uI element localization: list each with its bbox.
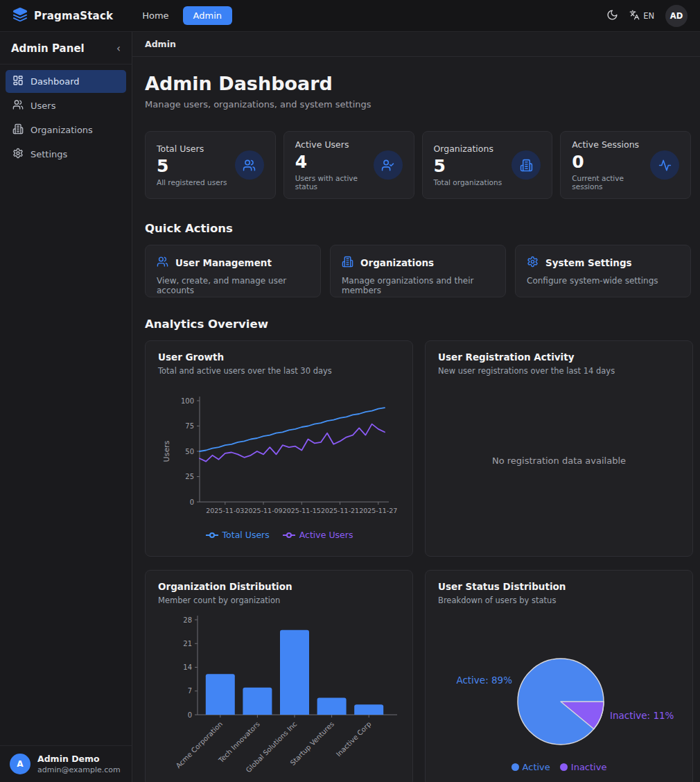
legend-dot	[560, 763, 568, 771]
svg-text:2025-11-27: 2025-11-27	[359, 507, 397, 514]
sidebar-item-label: Users	[30, 101, 55, 111]
theme-toggle-button[interactable]	[606, 9, 618, 23]
page-subtitle: Manage users, organizations, and system …	[145, 99, 691, 110]
main-area: Admin Admin Dashboard Manage users, orga…	[132, 32, 700, 782]
activity-icon	[650, 150, 679, 180]
svg-text:75: 75	[185, 422, 194, 430]
gear-icon	[527, 256, 539, 270]
stats-grid: Total Users 5 All registered users Activ…	[145, 131, 691, 199]
sidebar-item-label: Organizations	[30, 125, 93, 135]
chart-subtitle: Breakdown of users by status	[438, 596, 680, 605]
breadcrumb[interactable]: Admin	[145, 39, 176, 49]
moon-icon	[606, 9, 618, 23]
primary-nav: Home Admin	[135, 6, 232, 25]
nav-link-admin[interactable]: Admin	[183, 6, 232, 25]
language-label: EN	[643, 11, 654, 21]
stat-card-organizations: Organizations 5 Total organizations	[422, 131, 553, 199]
pie-chart-legend: Active Inactive	[511, 762, 607, 775]
nav-link-home[interactable]: Home	[135, 6, 175, 25]
svg-text:25: 25	[185, 473, 194, 480]
svg-text:Acme Corporation: Acme Corporation	[175, 720, 225, 770]
chart-title: User Growth	[158, 351, 400, 363]
user-name: Admin Demo	[37, 754, 121, 764]
svg-text:21: 21	[183, 639, 192, 647]
analytics-heading: Analytics Overview	[145, 318, 691, 331]
organization-bar-chart: 07142128Acme CorporationTech InnovatorsG…	[158, 607, 400, 774]
sidebar-item-organizations[interactable]: Organizations	[6, 119, 126, 141]
chart-card-user-status: User Status Distribution Breakdown of us…	[425, 570, 693, 782]
line-legend-marker	[282, 532, 296, 539]
legend-item-total-users[interactable]: Total Users	[205, 530, 270, 540]
chart-title: User Registration Activity	[438, 351, 680, 363]
chart-subtitle: New user registrations over the last 14 …	[438, 366, 680, 376]
chart-card-user-growth: User Growth Total and active users over …	[145, 340, 413, 557]
building-icon	[342, 256, 353, 270]
quick-action-system-settings[interactable]: System Settings Configure system-wide se…	[515, 245, 691, 297]
quick-action-organizations[interactable]: Organizations Manage organizations and t…	[330, 245, 506, 297]
stat-value: 5	[157, 156, 227, 176]
legend-label: Active	[523, 762, 550, 772]
svg-text:50: 50	[185, 448, 194, 455]
svg-text:Active: 89%: Active: 89%	[456, 675, 512, 686]
svg-text:0: 0	[188, 711, 192, 718]
quick-action-user-management[interactable]: User Management View, create, and manage…	[145, 245, 321, 297]
svg-text:7: 7	[188, 687, 192, 695]
sidebar-item-label: Dashboard	[30, 76, 80, 87]
page-content: Admin Dashboard Manage users, organizati…	[132, 57, 700, 782]
svg-text:100: 100	[181, 397, 194, 405]
svg-text:2025-11-09: 2025-11-09	[244, 507, 282, 514]
legend-dot	[511, 763, 519, 771]
building-icon	[511, 150, 541, 180]
user-avatar-initial: A	[10, 754, 30, 774]
user-check-icon	[374, 150, 403, 180]
users-icon	[235, 150, 264, 180]
stat-description: Current active sessions	[572, 174, 650, 191]
sidebar-nav: Dashboard Users Organizations	[0, 64, 132, 171]
sidebar-user-panel[interactable]: A Admin Demo admin@example.com	[0, 745, 132, 782]
language-switcher-button[interactable]: EN	[629, 10, 654, 22]
layers-logo-icon	[12, 7, 28, 24]
sidebar-item-label: Settings	[30, 149, 67, 159]
svg-text:2025-11-03: 2025-11-03	[206, 507, 244, 514]
stat-label: Total Users	[157, 144, 227, 154]
legend-label: Inactive	[571, 762, 607, 772]
stat-description: Total organizations	[434, 178, 502, 186]
brand[interactable]: PragmaStack	[12, 7, 113, 24]
quick-action-title: System Settings	[545, 257, 632, 268]
quick-action-title: User Management	[175, 257, 272, 268]
empty-chart-message: No registration data available	[492, 455, 626, 466]
sidebar-item-settings[interactable]: Settings	[6, 143, 126, 166]
chart-title: Organization Distribution	[158, 581, 400, 592]
stat-description: All registered users	[157, 178, 227, 186]
sidebar-title: Admin Panel	[11, 42, 85, 55]
sidebar-item-dashboard[interactable]: Dashboard	[6, 70, 126, 93]
stat-description: Users with active status	[295, 174, 374, 191]
stat-value: 5	[434, 156, 502, 176]
breadcrumb-bar: Admin	[132, 32, 700, 57]
collapse-sidebar-button[interactable]: ‹	[116, 44, 121, 54]
users-icon	[12, 99, 24, 112]
svg-text:2025-11-21: 2025-11-21	[321, 507, 359, 514]
user-avatar[interactable]: AD	[665, 5, 688, 27]
svg-text:2025-11-15: 2025-11-15	[283, 507, 321, 514]
sidebar-header: Admin Panel ‹	[0, 32, 132, 64]
top-navbar: PragmaStack Home Admin EN AD	[0, 0, 700, 32]
quick-action-description: Manage organizations and their members	[342, 276, 494, 295]
legend-item-active[interactable]: Active	[511, 762, 550, 772]
chart-card-organization-distribution: Organization Distribution Member count b…	[145, 570, 413, 782]
quick-action-title: Organizations	[360, 257, 434, 268]
legend-item-inactive[interactable]: Inactive	[560, 762, 607, 772]
legend-label: Total Users	[222, 530, 270, 540]
chart-title: User Status Distribution	[438, 581, 680, 592]
svg-text:Inactive Corp: Inactive Corp	[335, 720, 373, 758]
svg-text:14: 14	[183, 663, 192, 671]
svg-text:Users: Users	[162, 440, 171, 462]
admin-sidebar: Admin Panel ‹ Dashboard Users	[0, 32, 132, 782]
brand-name: PragmaStack	[34, 10, 113, 22]
gear-icon	[12, 148, 24, 161]
svg-text:28: 28	[183, 616, 192, 623]
sidebar-item-users[interactable]: Users	[6, 94, 126, 117]
user-email: admin@example.com	[37, 765, 121, 774]
legend-item-active-users[interactable]: Active Users	[282, 530, 353, 540]
chart-subtitle: Total and active users over the last 30 …	[158, 366, 400, 376]
